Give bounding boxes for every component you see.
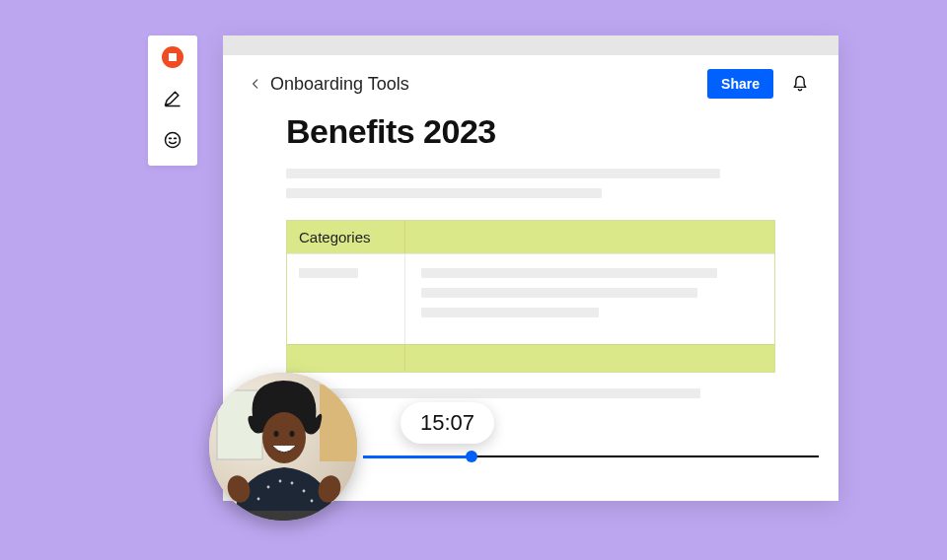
recording-toolbar bbox=[148, 35, 197, 166]
presenter-webcam[interactable] bbox=[209, 373, 357, 521]
draw-button[interactable] bbox=[161, 87, 184, 110]
svg-point-11 bbox=[267, 486, 270, 489]
text-placeholder bbox=[421, 268, 717, 278]
text-placeholder bbox=[421, 308, 599, 317]
avatar bbox=[209, 373, 357, 521]
table-header-row: Categories bbox=[287, 221, 774, 253]
categories-table: Categories bbox=[286, 220, 775, 373]
pen-icon bbox=[163, 89, 182, 108]
record-icon bbox=[161, 45, 184, 69]
table-cell bbox=[405, 254, 774, 344]
table-header-cell bbox=[405, 221, 429, 253]
svg-point-15 bbox=[257, 498, 260, 501]
record-button[interactable] bbox=[161, 45, 184, 69]
svg-point-12 bbox=[279, 480, 282, 483]
chevron-left-icon bbox=[249, 77, 262, 91]
timeline-progress bbox=[363, 455, 472, 458]
table-row bbox=[287, 253, 774, 344]
table-cell bbox=[287, 254, 405, 344]
table-header-cell: Categories bbox=[287, 221, 405, 253]
text-placeholder bbox=[286, 188, 602, 198]
svg-point-2 bbox=[166, 133, 181, 148]
emoji-icon bbox=[163, 130, 182, 150]
text-placeholder bbox=[421, 288, 697, 298]
document-header: Onboarding Tools Share bbox=[223, 55, 838, 103]
breadcrumb[interactable]: Onboarding Tools bbox=[270, 74, 409, 95]
window-titlebar bbox=[223, 35, 838, 55]
svg-rect-19 bbox=[247, 511, 322, 521]
svg-rect-1 bbox=[169, 53, 177, 61]
svg-rect-3 bbox=[169, 138, 172, 140]
text-placeholder bbox=[286, 388, 700, 398]
page-title: Benefits 2023 bbox=[286, 112, 775, 151]
reactions-button[interactable] bbox=[161, 128, 184, 152]
text-placeholder bbox=[299, 268, 358, 278]
text-placeholder bbox=[286, 169, 720, 178]
svg-rect-4 bbox=[174, 138, 177, 140]
svg-point-13 bbox=[291, 482, 294, 485]
share-button[interactable]: Share bbox=[707, 69, 773, 99]
svg-point-10 bbox=[290, 431, 295, 437]
notifications-button[interactable] bbox=[785, 69, 815, 99]
svg-point-8 bbox=[262, 412, 306, 463]
svg-point-14 bbox=[303, 490, 306, 493]
document-body: Benefits 2023 Categories bbox=[223, 103, 838, 398]
recording-timeline[interactable] bbox=[363, 455, 819, 457]
svg-point-9 bbox=[274, 431, 279, 437]
back-button[interactable] bbox=[247, 75, 264, 93]
bell-icon bbox=[790, 74, 810, 94]
table-footer-row bbox=[287, 344, 774, 372]
svg-point-16 bbox=[311, 500, 314, 503]
text-block bbox=[286, 388, 775, 398]
timeline-handle[interactable] bbox=[466, 451, 477, 462]
